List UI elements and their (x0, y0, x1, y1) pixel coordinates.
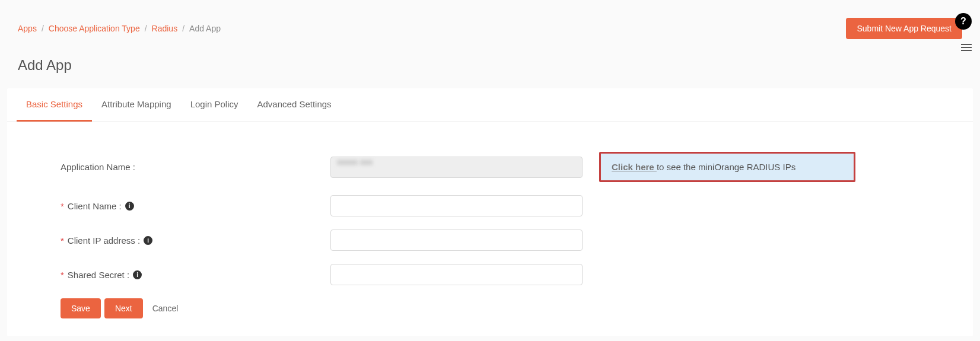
tabs: Basic Settings Attribute Mapping Login P… (7, 88, 973, 122)
form-row-client-ip: *Client IP address : i (61, 230, 919, 251)
tab-basic-settings[interactable]: Basic Settings (17, 88, 92, 122)
tab-attribute-mapping[interactable]: Attribute Mapping (92, 88, 181, 122)
app-name-input: xxxxx xxx (330, 157, 583, 178)
info-icon[interactable]: i (133, 270, 142, 279)
tab-advanced-settings[interactable]: Advanced Settings (248, 88, 341, 122)
breadcrumb-link-radius[interactable]: Radius (152, 24, 178, 33)
info-icon[interactable]: i (144, 236, 152, 245)
content-card: Basic Settings Attribute Mapping Login P… (7, 88, 973, 336)
hamburger-menu-icon[interactable] (961, 44, 972, 51)
breadcrumb-link-app-type[interactable]: Choose Application Type (49, 24, 140, 33)
radius-ips-info-box: Click here to see the miniOrange RADIUS … (599, 152, 855, 182)
cancel-button[interactable]: Cancel (147, 298, 184, 318)
next-button[interactable]: Next (104, 298, 143, 318)
button-row: Save Next Cancel (61, 298, 919, 318)
form-area: Application Name : xxxxx xxx Click here … (7, 122, 973, 336)
form-row-app-name: Application Name : xxxxx xxx Click here … (61, 152, 919, 182)
required-marker: * (61, 235, 64, 246)
shared-secret-label: *Shared Secret : i (61, 270, 330, 280)
help-icon[interactable]: ? (955, 13, 972, 30)
breadcrumb-separator: / (182, 24, 184, 33)
app-name-label: Application Name : (61, 162, 330, 172)
click-here-link[interactable]: Click here (612, 162, 657, 172)
form-row-client-name: *Client Name : i (61, 195, 919, 216)
breadcrumb-separator: / (42, 24, 44, 33)
save-button[interactable]: Save (61, 298, 101, 318)
page-title: Add App (0, 45, 980, 88)
breadcrumb-current: Add App (189, 24, 221, 33)
client-ip-input[interactable] (330, 230, 583, 251)
breadcrumb: Apps / Choose Application Type / Radius … (18, 24, 221, 33)
client-name-label: *Client Name : i (61, 201, 330, 211)
shared-secret-input[interactable] (330, 264, 583, 285)
info-icon[interactable]: i (125, 202, 134, 211)
breadcrumb-link-apps[interactable]: Apps (18, 24, 37, 33)
client-name-input[interactable] (330, 195, 583, 216)
required-marker: * (61, 201, 64, 211)
client-ip-label: *Client IP address : i (61, 235, 330, 246)
required-marker: * (61, 270, 64, 280)
info-box-text: to see the miniOrange RADIUS IPs (657, 162, 796, 172)
breadcrumb-separator: / (145, 24, 147, 33)
tab-login-policy[interactable]: Login Policy (181, 88, 248, 122)
form-row-shared-secret: *Shared Secret : i (61, 264, 919, 285)
submit-new-app-button[interactable]: Submit New App Request (846, 18, 962, 39)
